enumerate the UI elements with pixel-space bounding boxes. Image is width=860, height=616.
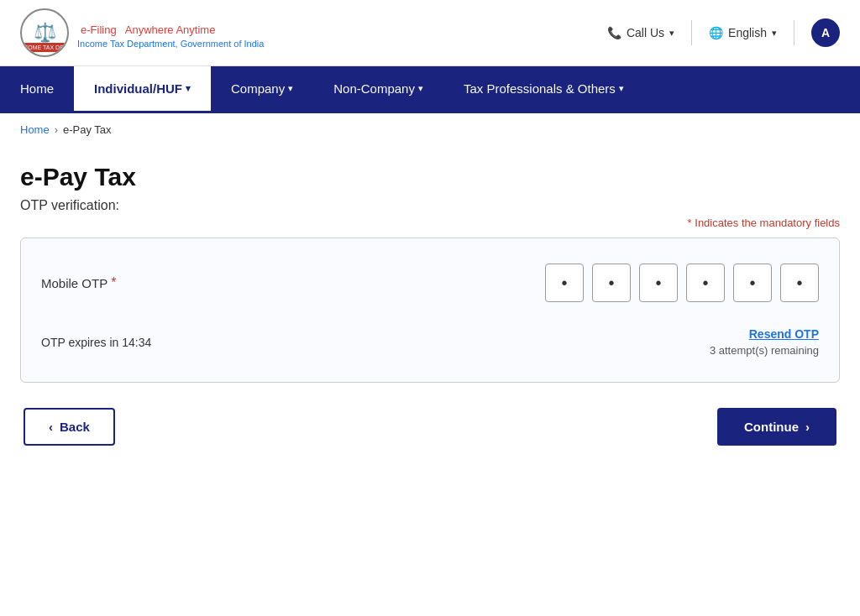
page-subtitle: OTP verification:: [20, 198, 840, 213]
language-chevron-down-icon: ▾: [772, 28, 777, 39]
nav-tax-professionals[interactable]: Tax Professionals & Others ▾: [443, 66, 644, 113]
back-button[interactable]: ‹ Back: [24, 408, 115, 446]
otp-digit-5[interactable]: [733, 264, 772, 302]
otp-expiry-row: OTP expires in 14:34 Resend OTP 3 attemp…: [41, 327, 819, 357]
mandatory-note: * Indicates the mandatory fields: [20, 217, 840, 229]
language-selector[interactable]: 🌐 English ▾: [709, 26, 777, 39]
otp-label: Mobile OTP *: [41, 275, 116, 290]
nav-home[interactable]: Home: [0, 66, 74, 113]
user-avatar[interactable]: A: [811, 18, 840, 47]
breadcrumb: Home › e-Pay Tax: [0, 113, 860, 146]
otp-digit-6[interactable]: [780, 264, 819, 302]
otp-digit-1[interactable]: [545, 264, 584, 302]
emblem-icon: ⚖️ INCOME TAX DEPT: [20, 8, 69, 57]
otp-inputs: [545, 264, 819, 302]
page-title: e-Pay Tax: [20, 163, 840, 191]
resend-otp-button[interactable]: Resend OTP: [710, 327, 819, 341]
otp-digit-4[interactable]: [686, 264, 725, 302]
header-divider-2: [794, 20, 794, 45]
otp-digit-3[interactable]: [639, 264, 678, 302]
main-content: e-Pay Tax OTP verification: * Indicates …: [0, 146, 860, 479]
otp-expiry-label: OTP expires in 14:34: [41, 336, 151, 349]
logo-efiling-text: e-Filing Anywhere Anytime: [77, 17, 264, 39]
continue-chevron-icon: ›: [805, 420, 810, 434]
main-nav: Home Individual/HUF ▾ Company ▾ Non-Comp…: [0, 66, 860, 113]
individual-chevron-down-icon: ▾: [186, 83, 191, 94]
otp-resend-area: Resend OTP 3 attempt(s) remaining: [710, 327, 819, 357]
back-chevron-icon: ‹: [49, 420, 53, 434]
nav-individual-huf[interactable]: Individual/HUF ▾: [74, 66, 211, 113]
nav-company[interactable]: Company ▾: [211, 66, 313, 113]
breadcrumb-current: e-Pay Tax: [63, 123, 112, 136]
otp-digit-2[interactable]: [592, 264, 631, 302]
otp-card: Mobile OTP * OTP expires in 14:34 Resend…: [20, 238, 840, 383]
header: ⚖️ INCOME TAX DEPT e-Filing Anywhere Any…: [0, 0, 860, 66]
header-divider-1: [691, 20, 692, 45]
logo: ⚖️ INCOME TAX DEPT e-Filing Anywhere Any…: [20, 8, 264, 57]
attempts-remaining: 3 attempt(s) remaining: [710, 344, 819, 357]
call-us-button[interactable]: 📞 Call Us ▾: [607, 26, 674, 39]
logo-text: e-Filing Anywhere Anytime Income Tax Dep…: [77, 17, 264, 49]
globe-icon: 🌐: [709, 26, 723, 39]
call-chevron-down-icon: ▾: [669, 28, 674, 39]
logo-subtitle: Income Tax Department, Government of Ind…: [77, 39, 264, 49]
breadcrumb-separator: ›: [55, 123, 58, 136]
buttons-row: ‹ Back Continue ›: [20, 408, 840, 446]
nav-non-company[interactable]: Non-Company ▾: [313, 66, 443, 113]
tax-professionals-chevron-down-icon: ▾: [619, 83, 624, 94]
header-actions: 📞 Call Us ▾ 🌐 English ▾ A: [607, 18, 840, 47]
non-company-chevron-down-icon: ▾: [418, 83, 423, 94]
breadcrumb-home[interactable]: Home: [20, 123, 50, 136]
continue-button[interactable]: Continue ›: [717, 408, 836, 446]
company-chevron-down-icon: ▾: [288, 83, 293, 94]
required-marker: *: [111, 275, 116, 290]
phone-icon: 📞: [607, 26, 621, 39]
otp-input-row: Mobile OTP *: [41, 264, 819, 302]
